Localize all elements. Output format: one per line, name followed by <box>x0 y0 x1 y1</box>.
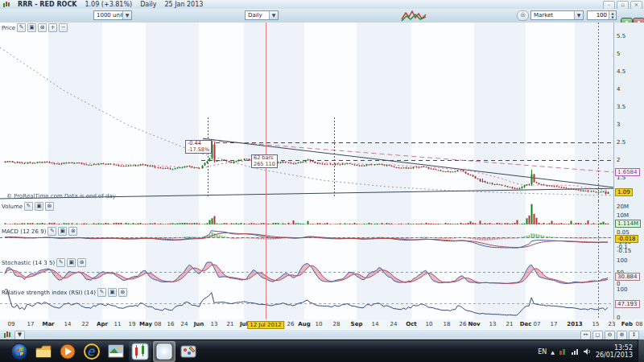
order-type-value: Market <box>531 12 574 19</box>
zoom-out-icon[interactable]: − <box>59 23 68 32</box>
time-axis-label: 18 <box>444 321 451 327</box>
time-axis-label: May <box>139 321 152 327</box>
quantity-stepper[interactable]: 100 ▲▼ <box>587 10 617 20</box>
price-tick: 5 <box>617 51 620 57</box>
rsi-panel: Relative strength index (RSI) (14) ✎ ▣ ⊗ <box>0 287 644 320</box>
stochastic-tick: 100 <box>617 257 627 264</box>
time-axis-label: 24 <box>390 321 398 327</box>
measure-annotation-2: 62 bars 265 110 <box>251 154 278 168</box>
last-price-chip: 1.09 <box>615 188 633 196</box>
edit-icon[interactable]: ✎ <box>56 258 65 267</box>
time-axis-label: Dec <box>520 321 532 327</box>
time-axis-label: 14 <box>64 321 72 327</box>
taskbar-trading-app-icon[interactable] <box>129 341 151 362</box>
window-icon[interactable]: ▣ <box>27 23 36 32</box>
window-icon[interactable]: ▣ <box>58 227 67 236</box>
price-chart-canvas[interactable] <box>0 23 613 201</box>
time-axis-label: 13 <box>489 321 497 327</box>
quantity-value: 100 <box>588 12 609 19</box>
tray-expand-icon[interactable]: ▲ <box>551 349 555 355</box>
copyright-note: © ProRealTime.com Data is end of day <box>6 193 116 200</box>
chevron-down-icon[interactable]: ▼ <box>122 11 131 19</box>
stochastic-canvas[interactable] <box>0 257 613 287</box>
desktop: RRR - RED ROCK 1.09 (+3.81%) Daily 25 Ja… <box>0 0 644 362</box>
time-axis-label: Mar <box>42 321 54 327</box>
price-tick: 3 <box>617 121 620 128</box>
time-axis-label: 21 <box>506 321 514 327</box>
rsi-panel-label: Relative strength index (RSI) (14) <box>2 290 96 296</box>
close-panel-icon[interactable]: ⊗ <box>77 258 86 267</box>
time-axis-label: 26 <box>460 321 467 327</box>
zoom-in-icon[interactable]: + <box>48 23 57 32</box>
time-axis-label: 11 <box>114 321 122 327</box>
volume-value-chip: 1.114M <box>615 220 641 228</box>
close-panel-icon[interactable]: ⊗ <box>38 23 47 32</box>
show-desktop-button[interactable] <box>638 339 644 362</box>
edit-icon[interactable]: ✎ <box>24 202 33 211</box>
units-dropdown[interactable]: 1000 units ▼ <box>93 10 132 20</box>
edit-icon[interactable]: ✎ <box>17 23 26 32</box>
time-axis-label: 08 <box>636 321 643 327</box>
speaker-icon[interactable] <box>583 348 592 356</box>
spinner-down-icon[interactable]: ▼ <box>609 15 616 19</box>
close-panel-icon[interactable]: ⊗ <box>118 288 127 297</box>
taskbar-paint-app-icon[interactable] <box>177 341 200 362</box>
stochastic-value-chip: 30.884 <box>615 273 640 281</box>
volume-tick: 20M <box>617 204 629 210</box>
trendline-value-chip: 1.6584 <box>615 168 640 176</box>
taskbar-media-player-icon[interactable] <box>56 341 79 362</box>
taskbar-clock[interactable]: 13:52 26/01/2013 <box>596 344 633 359</box>
time-axis[interactable]: 0917Mar1422Apr1119May081624Jun1321Jul12 … <box>0 319 644 331</box>
macd-canvas[interactable] <box>0 226 613 257</box>
price-tick: 2.5 <box>617 139 625 146</box>
time-axis-label: 21 <box>227 321 234 327</box>
rsi-tick: 0 <box>617 315 620 321</box>
taskbar-photo-viewer-icon[interactable] <box>105 341 127 362</box>
window-icon[interactable]: ▣ <box>108 288 117 297</box>
trading-app-window: RRR - RED ROCK 1.09 (+3.81%) Daily 25 Ja… <box>0 0 644 340</box>
taskbar-internet-explorer-icon[interactable]: e <box>80 341 103 362</box>
edit-icon[interactable]: ✎ <box>97 288 106 297</box>
time-axis-label: 14 <box>372 321 379 327</box>
chevron-down-icon[interactable]: ▼ <box>269 11 278 19</box>
taskbar-start-orb-icon[interactable] <box>8 341 31 362</box>
time-axis-label: Apr <box>97 321 108 327</box>
chevron-down-icon[interactable]: ▼ <box>574 11 583 19</box>
network-icon[interactable] <box>571 348 579 356</box>
macd-tick: -0.15 <box>617 248 631 254</box>
price-tick: 5.5 <box>617 33 625 39</box>
time-axis-label: 08 <box>155 321 162 327</box>
titlebar: RRR - RED ROCK 1.09 (+3.81%) Daily 25 Ja… <box>0 0 644 9</box>
time-axis-label: Feb <box>621 321 633 327</box>
clock-time: 13:52 <box>596 344 633 352</box>
mini-candles-icon[interactable] <box>3 331 12 339</box>
taskbar: e EN ▲ 13:52 26/01/2013 <box>0 339 644 362</box>
window-icon[interactable]: ▣ <box>35 202 43 211</box>
timeframe-dropdown[interactable]: Daily ▼ <box>245 10 279 20</box>
stochastic-panel: Stochastic (14 3 5) ✎ ▣ ⊗ <box>0 257 644 288</box>
edit-icon[interactable]: ✎ <box>47 227 56 236</box>
language-indicator[interactable]: EN <box>538 348 547 356</box>
volume-canvas[interactable] <box>0 201 613 226</box>
price-tick: 3.5 <box>617 104 625 110</box>
window-bottom-bar: ▼ ↔◻⊖⊕↕ <box>0 330 644 339</box>
price-tick: 4 <box>617 86 620 93</box>
tray-app-icon[interactable] <box>559 348 567 356</box>
taskbar-active-window-icon[interactable] <box>153 341 175 362</box>
order-search-icon[interactable]: ◎ <box>517 10 529 21</box>
system-tray: EN ▲ 13:52 26/01/2013 <box>538 340 644 362</box>
time-axis-label: 10 <box>316 321 323 327</box>
volume-tick: 10M <box>617 212 629 219</box>
prt-logo <box>401 10 427 22</box>
time-axis-label: Oct <box>406 321 416 327</box>
close-panel-icon[interactable]: ⊗ <box>68 227 77 236</box>
close-panel-icon[interactable]: ⊗ <box>45 202 54 211</box>
order-type-dropdown[interactable]: Market ▼ <box>530 10 584 20</box>
units-dropdown-value: 1000 units <box>94 12 122 19</box>
time-axis-label: 24 <box>181 321 188 327</box>
window-icon[interactable]: ▣ <box>67 258 76 267</box>
taskbar-explorer-folder-icon[interactable] <box>32 341 55 362</box>
titlebar-date: 25 Jan 2013 <box>164 1 203 8</box>
time-axis-label: 07 <box>534 321 541 327</box>
time-axis-label: Sep <box>351 321 363 327</box>
